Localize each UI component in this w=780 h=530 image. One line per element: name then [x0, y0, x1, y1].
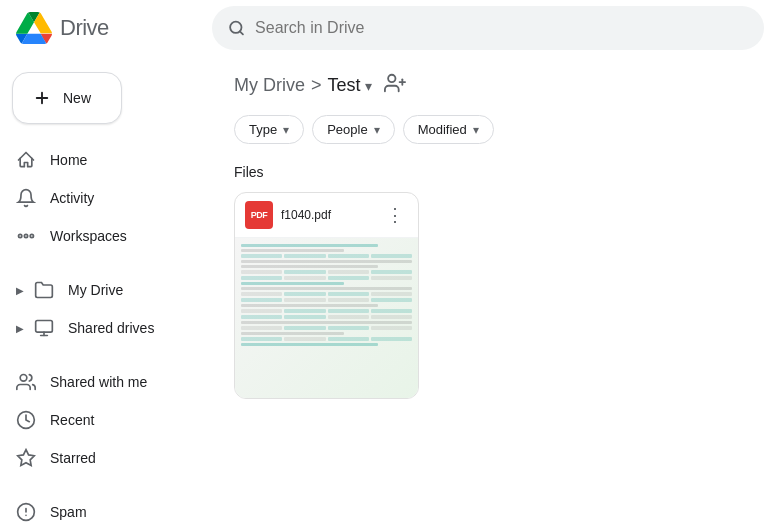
sidebar-item-recent[interactable]: Recent	[0, 402, 198, 438]
filter-type-label: Type	[249, 122, 277, 137]
header: Drive	[0, 0, 780, 56]
svg-point-6	[30, 234, 33, 237]
pdf-row	[241, 270, 412, 274]
sidebar-label-activity: Activity	[50, 190, 94, 206]
file-name: f1040.pdf	[281, 208, 331, 222]
starred-icon	[16, 448, 36, 468]
pdf-line	[241, 265, 378, 268]
sidebar-item-spam[interactable]: Spam	[0, 494, 198, 530]
pdf-label: PDF	[251, 210, 268, 220]
svg-point-10	[20, 375, 27, 382]
app-title: Drive	[60, 15, 109, 41]
expand-arrow-my-drive: ▶	[16, 285, 24, 296]
filter-type-chevron: ▾	[283, 123, 289, 137]
activity-icon	[16, 188, 36, 208]
home-icon	[16, 150, 36, 170]
sidebar-label-recent: Recent	[50, 412, 94, 428]
search-input[interactable]	[255, 19, 748, 37]
pdf-line	[241, 282, 344, 285]
main-layout: New Home Activity Workspaces ▶	[0, 56, 780, 530]
pdf-line	[241, 321, 412, 324]
pdf-line	[241, 304, 378, 307]
sidebar-label-home: Home	[50, 152, 87, 168]
share-icon[interactable]	[384, 72, 406, 99]
svg-point-16	[388, 75, 395, 82]
svg-point-5	[19, 234, 22, 237]
sidebar-item-my-drive[interactable]: ▶ My Drive	[0, 272, 198, 308]
file-name-area: PDF f1040.pdf	[245, 201, 331, 229]
sidebar-item-workspaces[interactable]: Workspaces	[0, 218, 198, 254]
sidebar-item-shared-with-me[interactable]: Shared with me	[0, 364, 198, 400]
content-area: My Drive > Test ▾ Type ▾ People ▾	[210, 56, 780, 530]
pdf-line	[241, 332, 344, 335]
filter-modified-button[interactable]: Modified ▾	[403, 115, 494, 144]
pdf-line	[241, 249, 344, 252]
drive-logo-icon	[16, 10, 52, 46]
breadcrumb-current-label: Test	[328, 75, 361, 96]
workspaces-icon	[16, 226, 36, 246]
breadcrumb-separator: >	[311, 75, 322, 96]
file-thumbnail	[235, 238, 418, 398]
section-title: Files	[234, 164, 756, 180]
sidebar-label-my-drive: My Drive	[68, 282, 123, 298]
pdf-row	[241, 276, 412, 280]
breadcrumb-current[interactable]: Test ▾	[328, 75, 372, 96]
search-bar[interactable]	[212, 6, 764, 50]
filter-type-button[interactable]: Type ▾	[234, 115, 304, 144]
shared-drives-icon	[34, 318, 54, 338]
pdf-line	[241, 260, 412, 263]
filters-bar: Type ▾ People ▾ Modified ▾	[234, 115, 756, 144]
search-icon	[228, 19, 245, 37]
sidebar-label-spam: Spam	[50, 504, 87, 520]
filter-modified-label: Modified	[418, 122, 467, 137]
pdf-row	[241, 326, 412, 330]
sidebar-item-home[interactable]: Home	[0, 142, 198, 178]
pdf-row	[241, 292, 412, 296]
pdf-preview	[235, 238, 418, 398]
filter-people-label: People	[327, 122, 367, 137]
shared-icon	[16, 372, 36, 392]
file-card-header: PDF f1040.pdf ⋮	[235, 193, 418, 238]
sidebar: New Home Activity Workspaces ▶	[0, 56, 210, 530]
filter-people-button[interactable]: People ▾	[312, 115, 394, 144]
filter-modified-chevron: ▾	[473, 123, 479, 137]
svg-rect-7	[36, 321, 53, 333]
sidebar-item-shared-drives[interactable]: ▶ Shared drives	[0, 310, 198, 346]
pdf-line	[241, 287, 412, 290]
pdf-row	[241, 337, 412, 341]
sidebar-label-starred: Starred	[50, 450, 96, 466]
recent-icon	[16, 410, 36, 430]
svg-point-4	[24, 234, 27, 237]
logo-area: Drive	[16, 10, 196, 46]
sidebar-label-workspaces: Workspaces	[50, 228, 127, 244]
expand-arrow-shared-drives: ▶	[16, 323, 24, 334]
spam-icon	[16, 502, 36, 522]
sidebar-label-shared-drives: Shared drives	[68, 320, 154, 336]
plus-icon	[33, 89, 51, 107]
breadcrumb: My Drive > Test ▾	[234, 72, 756, 99]
pdf-row	[241, 298, 412, 302]
sidebar-item-starred[interactable]: Starred	[0, 440, 198, 476]
pdf-line	[241, 343, 378, 346]
filter-people-chevron: ▾	[374, 123, 380, 137]
svg-marker-12	[18, 450, 35, 466]
sidebar-item-activity[interactable]: Activity	[0, 180, 198, 216]
more-options-button[interactable]: ⋮	[382, 202, 408, 228]
pdf-line	[241, 244, 378, 247]
pdf-row	[241, 309, 412, 313]
svg-line-1	[240, 31, 243, 34]
new-button-label: New	[63, 90, 91, 106]
chevron-down-icon: ▾	[365, 78, 372, 94]
pdf-row	[241, 315, 412, 319]
sidebar-label-shared-with-me: Shared with me	[50, 374, 147, 390]
breadcrumb-root[interactable]: My Drive	[234, 75, 305, 96]
pdf-row	[241, 254, 412, 258]
files-grid: PDF f1040.pdf ⋮	[234, 192, 756, 399]
new-button[interactable]: New	[12, 72, 122, 124]
add-person-icon	[384, 72, 406, 94]
pdf-icon: PDF	[245, 201, 273, 229]
drive-folder-icon	[34, 280, 54, 300]
file-card[interactable]: PDF f1040.pdf ⋮	[234, 192, 419, 399]
